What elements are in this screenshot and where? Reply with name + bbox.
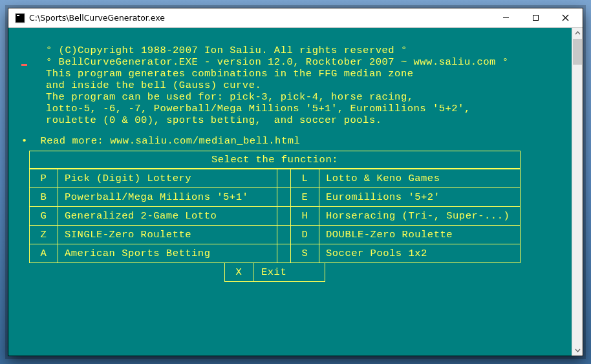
menu-label[interactable]: DOUBLE-Zero Roulette xyxy=(319,225,520,244)
read-more-line: • Read more: www.saliu.com/median_bell.h… xyxy=(12,135,572,147)
scroll-thumb[interactable] xyxy=(573,39,582,65)
menu-key-h[interactable]: H xyxy=(291,206,319,225)
menu-key-s[interactable]: S xyxy=(291,244,319,262)
menu-header: Select the function: xyxy=(30,151,520,169)
menu-label[interactable]: American Sports Betting xyxy=(58,244,277,262)
intro-line: and inside the bell (Gauss) curve. xyxy=(46,80,261,91)
menu-key-p[interactable]: P xyxy=(30,169,58,187)
intro-line: lotto-5, -6, -7, Powerball/Mega Millions… xyxy=(46,103,471,114)
menu-key-z[interactable]: Z xyxy=(30,225,58,244)
function-menu: Select the function: P Pick (Digit) Lott… xyxy=(29,151,521,263)
read-more-url: www.saliu.com/median_bell.html xyxy=(110,135,300,147)
titlebar[interactable]: C:\Sports\BellCurveGenerator.exe xyxy=(8,8,583,28)
menu-key-a[interactable]: A xyxy=(30,244,58,262)
svg-rect-1 xyxy=(17,15,19,16)
chevron-up-icon xyxy=(575,30,581,36)
intro-line: roulette (0 & 00), sports betting, and s… xyxy=(46,114,381,126)
exit-row: X Exit xyxy=(29,263,521,282)
minimize-button[interactable] xyxy=(491,9,521,27)
svg-rect-3 xyxy=(533,16,538,21)
vertical-scrollbar[interactable] xyxy=(572,28,583,356)
exit-option[interactable]: X Exit xyxy=(224,263,325,282)
menu-label[interactable]: Lotto & Keno Games xyxy=(319,169,520,187)
intro-line: The program can be used for: pick-3, pic… xyxy=(46,91,414,103)
intro-line: ° BellCurveGenerator.EXE - version 12.0,… xyxy=(46,56,509,68)
scroll-up-button[interactable] xyxy=(572,28,583,39)
exit-label[interactable]: Exit xyxy=(253,263,325,281)
text-cursor xyxy=(21,64,27,66)
menu-row: Z SINGLE-Zero Roulette D DOUBLE-Zero Rou… xyxy=(30,225,520,244)
minimize-icon xyxy=(502,14,510,21)
maximize-button[interactable] xyxy=(521,9,550,27)
menu-row: G Generalized 2-Game Lotto H Horseracing… xyxy=(30,206,520,225)
console-area: ° (C)Copyright 1988-2007 Ion Saliu. All … xyxy=(8,28,583,356)
menu-divider xyxy=(277,206,291,225)
menu-key-b[interactable]: B xyxy=(30,187,58,206)
menu-row: P Pick (Digit) Lottery L Lotto & Keno Ga… xyxy=(30,169,520,187)
maximize-icon xyxy=(532,14,539,21)
menu-divider xyxy=(277,169,291,187)
menu-divider xyxy=(277,244,291,262)
window-controls xyxy=(491,9,580,27)
menu-key-g[interactable]: G xyxy=(30,206,58,225)
app-window: C:\Sports\BellCurveGenerator.exe ° (C)Co… xyxy=(8,8,583,356)
menu-label[interactable]: SINGLE-Zero Roulette xyxy=(58,225,277,244)
menu-label[interactable]: Pick (Digit) Lottery xyxy=(58,169,277,187)
menu-row: A American Sports Betting S Soccer Pools… xyxy=(30,244,520,262)
menu-key-d[interactable]: D xyxy=(291,225,319,244)
chevron-down-icon xyxy=(575,347,581,353)
intro-line: ° (C)Copyright 1988-2007 Ion Saliu. All … xyxy=(46,45,407,56)
menu-row: B Powerball/Mega Millions '5+1' E Euromi… xyxy=(30,187,520,206)
app-icon xyxy=(15,13,25,23)
bullet-icon: • Read more: xyxy=(21,135,110,147)
menu-label[interactable]: Soccer Pools 1x2 xyxy=(319,244,520,262)
menu-label[interactable]: Generalized 2-Game Lotto xyxy=(58,206,277,225)
menu-label[interactable]: Powerball/Mega Millions '5+1' xyxy=(58,187,277,206)
intro-line: This program generates combinations in t… xyxy=(46,68,414,80)
menu-key-l[interactable]: L xyxy=(291,169,319,187)
close-button[interactable] xyxy=(550,9,580,27)
menu-label[interactable]: Horseracing (Tri-, Super-...) xyxy=(319,206,520,225)
menu-key-e[interactable]: E xyxy=(291,187,319,206)
menu-label[interactable]: Euromillions '5+2' xyxy=(319,187,520,206)
menu-divider xyxy=(277,225,291,244)
menu-key-x[interactable]: X xyxy=(225,263,253,281)
menu-divider xyxy=(277,187,291,206)
intro-text: ° (C)Copyright 1988-2007 Ion Saliu. All … xyxy=(12,33,572,126)
window-title: C:\Sports\BellCurveGenerator.exe xyxy=(29,13,491,23)
console-output[interactable]: ° (C)Copyright 1988-2007 Ion Saliu. All … xyxy=(8,28,572,356)
scroll-down-button[interactable] xyxy=(572,345,583,356)
close-icon xyxy=(562,14,569,21)
